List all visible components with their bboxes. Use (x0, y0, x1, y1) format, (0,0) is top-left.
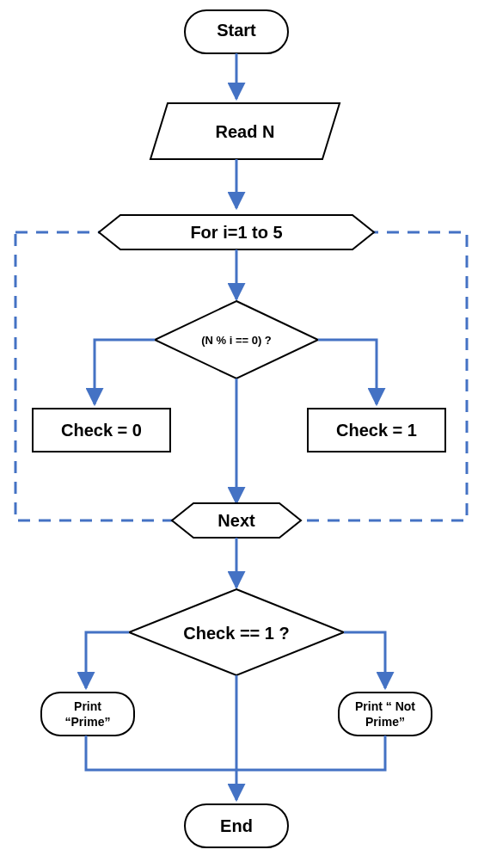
print-prime-label2: “Prime” (65, 715, 111, 729)
loop-label: For i=1 to 5 (190, 223, 282, 242)
end-node: End (185, 804, 288, 847)
print-notprime-node: Print “ Not Prime” (339, 693, 432, 736)
end-label: End (220, 816, 253, 835)
check1-node: Check = 1 (308, 409, 445, 452)
cond1-label: (N % i == 0) ? (201, 334, 272, 347)
next-label: Next (218, 511, 255, 530)
print-prime-node: Print “Prime” (41, 693, 134, 736)
print-not-label1: Print “ Not (355, 699, 415, 713)
read-node: Read N (150, 103, 340, 159)
arrow (318, 340, 377, 404)
cond1-node: (N % i == 0) ? (155, 301, 318, 379)
cond2-label: Check == 1 ? (183, 624, 289, 643)
print-not-label2: Prime” (365, 715, 405, 729)
print-prime-label1: Print (74, 699, 101, 713)
check0-node: Check = 0 (33, 409, 170, 452)
cond2-node: Check == 1 ? (129, 589, 344, 675)
check0-label: Check = 0 (61, 421, 142, 440)
arrow (344, 632, 385, 688)
connector (86, 736, 236, 770)
arrow (86, 632, 129, 688)
arrow (95, 340, 155, 404)
read-label: Read N (216, 122, 275, 141)
connector (236, 736, 385, 770)
start-node: Start (185, 10, 288, 53)
start-label: Start (217, 21, 256, 40)
check1-label: Check = 1 (336, 421, 417, 440)
